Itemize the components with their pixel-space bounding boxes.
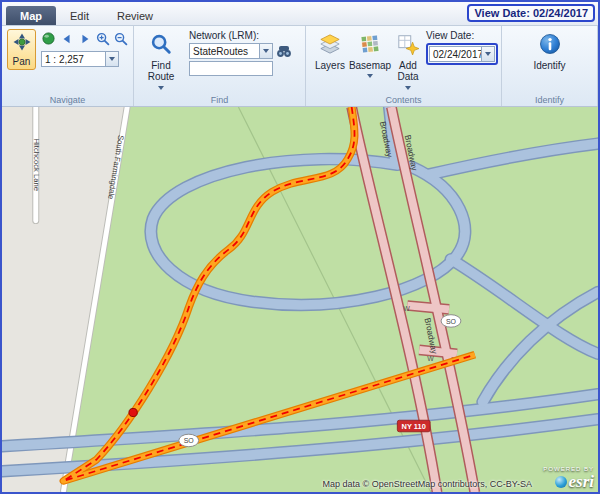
esri-globe-icon [555, 476, 567, 488]
map-scale-combo[interactable]: 1 : 2,257 [41, 51, 119, 67]
street-label-w: W [403, 305, 410, 312]
previous-extent-icon[interactable] [59, 31, 74, 46]
ribbon-tabbar: Map Edit Review View Date: 02/24/2017 [2, 2, 598, 26]
add-data-label: Add Data [397, 60, 419, 83]
pan-button-label: Pan [13, 56, 31, 68]
route-search-input[interactable] [189, 61, 273, 76]
basemap-icon [359, 33, 381, 58]
street-label-hitchcock: Hitchcock Lane [32, 138, 41, 191]
map-attribution: Map data © OpenStreetMap contributors, C… [323, 479, 532, 489]
identify-button[interactable]: Identify [527, 29, 573, 74]
layers-button[interactable]: Layers [311, 29, 349, 74]
ribbon: Pan [2, 26, 598, 107]
tab-map[interactable]: Map [6, 6, 56, 25]
group-identify: Identify Identify [502, 26, 598, 106]
add-data-icon [397, 33, 419, 58]
event-point-marker[interactable] [129, 408, 137, 416]
group-label-navigate: Navigate [2, 95, 133, 105]
tab-edit[interactable]: Edit [56, 6, 103, 25]
add-data-dropdown-arrow-icon [405, 86, 411, 90]
find-route-label: Find Route [143, 60, 179, 83]
identify-label: Identify [533, 60, 565, 72]
group-label-contents: Contents [306, 95, 501, 105]
esri-logo: POWERED BY esri [543, 466, 594, 490]
group-label-find: Find [134, 95, 305, 105]
event-editor-window: Map Edit Review View Date: 02/24/2017 Pa… [0, 0, 600, 494]
zoom-out-icon[interactable] [113, 31, 128, 46]
shield-label: SO [446, 317, 456, 324]
zoom-in-icon[interactable] [95, 31, 110, 46]
tab-review[interactable]: Review [103, 6, 167, 25]
view-date-combo[interactable]: 02/24/2017 [429, 46, 495, 62]
shield-label: SO [184, 437, 194, 444]
view-date-annotation: View Date: 02/24/2017 [467, 4, 595, 22]
view-date-label: View Date: [426, 30, 498, 41]
scale-dropdown-arrow-icon[interactable] [105, 52, 118, 66]
basemap-button[interactable]: Basemap [349, 29, 391, 81]
layers-icon [319, 33, 341, 58]
view-date-field-annotation: 02/24/2017 [426, 43, 498, 65]
network-lrm-label: Network (LRM): [189, 30, 293, 41]
group-navigate: Pan [2, 26, 134, 106]
network-combo[interactable]: StateRoutes [189, 43, 273, 59]
pan-compass-icon [13, 33, 31, 54]
group-find: Find Route Network (LRM): StateRoutes [134, 26, 306, 106]
find-route-button[interactable]: Find Route [139, 29, 183, 93]
find-route-dropdown-arrow-icon [158, 86, 164, 90]
map-canvas[interactable]: SO SO NY 110 Hitchcock Lane South Farmin… [2, 107, 598, 493]
pan-button[interactable]: Pan [7, 29, 36, 70]
view-date-dropdown-arrow-icon[interactable] [481, 47, 494, 61]
basemap-dropdown-arrow-icon [367, 74, 373, 78]
network-dropdown-arrow-icon[interactable] [259, 44, 272, 58]
ny110-shield-label: NY 110 [402, 421, 426, 430]
full-extent-globe-icon[interactable] [41, 31, 56, 46]
identify-info-icon [539, 33, 561, 58]
add-data-button[interactable]: Add Data [393, 29, 423, 93]
group-contents: Layers [306, 26, 502, 106]
binoculars-icon[interactable] [275, 43, 293, 59]
find-route-magnifier-icon [150, 33, 172, 58]
group-label-identify: Identify [502, 95, 597, 105]
esri-wordmark: esri [569, 473, 595, 490]
street-label-w: W [427, 355, 434, 362]
map-scale-value: 1 : 2,257 [42, 54, 105, 65]
map-viewport[interactable]: SO SO NY 110 Hitchcock Lane South Farmin… [2, 107, 598, 493]
layers-label: Layers [315, 60, 345, 72]
basemap-label: Basemap [349, 60, 391, 72]
view-date-value: 02/24/2017 [430, 49, 481, 60]
network-combo-value: StateRoutes [190, 46, 259, 57]
next-extent-icon[interactable] [77, 31, 92, 46]
